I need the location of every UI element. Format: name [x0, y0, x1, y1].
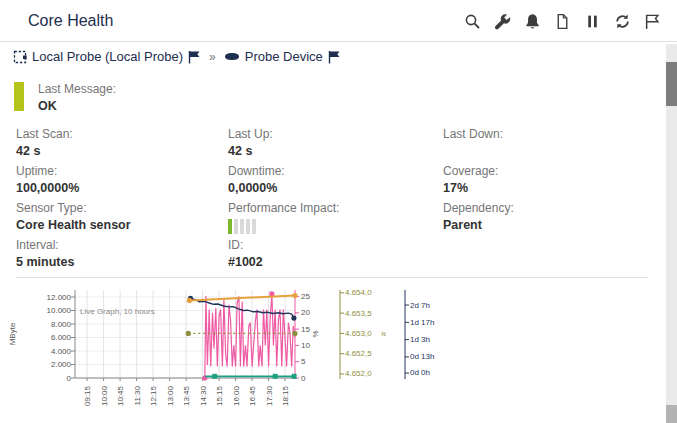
- header-toolbar: [464, 13, 661, 30]
- live-graph-canvas: 09:1510:0010:4511:3012:1513:0013:4514:30…: [5, 283, 465, 423]
- svg-text:0: 0: [67, 374, 72, 383]
- svg-text:#: #: [379, 331, 388, 336]
- svg-text:13:45: 13:45: [182, 385, 191, 406]
- last-message-value: OK: [38, 99, 116, 113]
- search-icon[interactable]: [464, 13, 481, 30]
- svg-text:25: 25: [301, 292, 310, 301]
- last-message-block: Last Message: OK: [14, 82, 116, 113]
- svg-text:10:45: 10:45: [116, 385, 125, 406]
- svg-text:11:30: 11:30: [133, 385, 142, 405]
- svg-text:18:15: 18:15: [281, 385, 290, 406]
- svg-text:13:00: 13:00: [166, 385, 175, 406]
- svg-text:16:45: 16:45: [248, 385, 257, 406]
- svg-text:0: 0: [301, 374, 306, 383]
- document-icon[interactable]: [554, 13, 571, 30]
- svg-text:10.000: 10.000: [47, 306, 72, 315]
- svg-text:4.000: 4.000: [51, 347, 72, 356]
- svg-text:8.000: 8.000: [51, 320, 72, 329]
- pause-icon[interactable]: [584, 13, 601, 30]
- sensor-stats-grid: Last Scan: 42 s Last Up: 42 s Last Down:…: [16, 127, 648, 275]
- stat-coverage: Coverage: 17%: [443, 164, 648, 201]
- probe-group-icon: [13, 50, 27, 64]
- stat-downtime: Downtime: 0,0000%: [228, 164, 443, 201]
- flag-icon[interactable]: [644, 13, 661, 30]
- breadcrumb-device-label: Probe Device: [245, 49, 323, 64]
- svg-text:09:15: 09:15: [83, 385, 92, 406]
- performance-impact-bars: [228, 219, 443, 234]
- flag-icon: [188, 50, 201, 64]
- stat-id: ID: #1002: [228, 238, 443, 275]
- breadcrumb-separator: »: [206, 50, 219, 64]
- vertical-scrollbar-thumb[interactable]: [666, 62, 677, 106]
- svg-text:4.652,0: 4.652,0: [345, 369, 372, 378]
- breadcrumb: Local Probe (Local Probe) » Probe Device: [13, 49, 341, 64]
- svg-text:20: 20: [301, 308, 310, 317]
- svg-text:10:00: 10:00: [100, 385, 109, 406]
- stat-last-scan: Last Scan: 42 s: [16, 127, 228, 164]
- refresh-icon[interactable]: [614, 13, 631, 30]
- svg-text:10: 10: [301, 341, 310, 350]
- svg-text:15: 15: [301, 325, 310, 334]
- svg-text:17:30: 17:30: [265, 385, 274, 406]
- stat-dependency: Dependency: Parent: [443, 201, 648, 238]
- svg-text:%: %: [311, 330, 320, 337]
- last-message-label: Last Message:: [38, 82, 116, 96]
- svg-text:4.653,0: 4.653,0: [345, 329, 372, 338]
- svg-text:5: 5: [301, 357, 306, 366]
- status-color-bar: [14, 82, 24, 111]
- stat-performance-impact: Performance Impact:: [228, 201, 443, 238]
- svg-text:2d 7h: 2d 7h: [410, 301, 430, 310]
- window-header: Core Health: [0, 0, 677, 42]
- wrench-icon[interactable]: [494, 13, 511, 30]
- svg-text:12.000: 12.000: [47, 293, 72, 302]
- svg-text:14:30: 14:30: [199, 385, 208, 406]
- svg-text:0d 13h: 0d 13h: [410, 352, 434, 361]
- svg-text:6.000: 6.000: [51, 333, 72, 342]
- device-icon: [224, 52, 240, 61]
- page-title: Core Health: [28, 12, 113, 30]
- svg-text:16:00: 16:00: [232, 385, 241, 406]
- stat-uptime: Uptime: 100,0000%: [16, 164, 228, 201]
- breadcrumb-device-link[interactable]: Probe Device: [245, 49, 323, 64]
- svg-text:12:15: 12:15: [149, 385, 158, 406]
- breadcrumb-probe-label: Local Probe (Local Probe): [32, 49, 183, 64]
- svg-text:0d 0h: 0d 0h: [410, 368, 430, 377]
- breadcrumb-probe-link[interactable]: Local Probe (Local Probe): [32, 49, 183, 64]
- svg-text:2.000: 2.000: [51, 360, 72, 369]
- section-divider: [16, 277, 648, 278]
- svg-text:MByte: MByte: [8, 322, 17, 345]
- vertical-scrollbar-bottom: [666, 405, 677, 423]
- stat-sensor-type: Sensor Type: Core Health sensor: [16, 201, 228, 238]
- svg-text:1d 17h: 1d 17h: [410, 318, 434, 327]
- live-graph-title: Live Graph, 10 hours: [80, 307, 155, 316]
- svg-text:4.653,5: 4.653,5: [345, 309, 372, 318]
- stat-interval: Interval: 5 minutes: [16, 238, 228, 275]
- svg-text:1d 3h: 1d 3h: [410, 335, 430, 344]
- notifications-bell-icon[interactable]: [524, 13, 541, 30]
- svg-text:15:15: 15:15: [215, 385, 224, 406]
- flag-icon: [328, 50, 341, 64]
- stat-last-down: Last Down:: [443, 127, 648, 164]
- svg-text:4.652,5: 4.652,5: [345, 349, 372, 358]
- svg-text:4.654,0: 4.654,0: [345, 288, 372, 297]
- stat-last-up: Last Up: 42 s: [228, 127, 443, 164]
- live-graph: 09:1510:0010:4511:3012:1513:0013:4514:30…: [5, 283, 465, 423]
